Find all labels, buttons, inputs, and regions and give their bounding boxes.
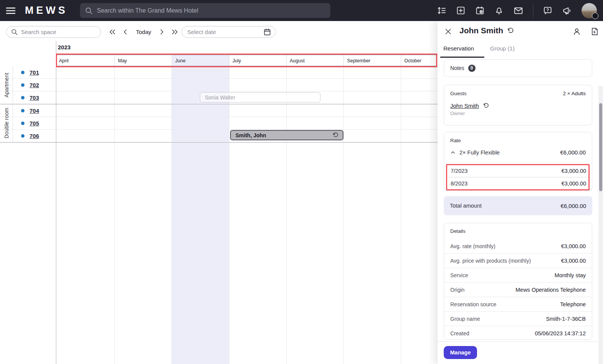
feedback-megaphone-icon[interactable] — [562, 6, 572, 16]
category-label-apartment: Apartment — [0, 66, 13, 104]
detail-key: Created — [450, 330, 469, 336]
room-number-link[interactable]: 703 — [29, 94, 39, 101]
notes-card[interactable]: Notes 0 — [444, 59, 592, 77]
global-search[interactable] — [80, 3, 330, 18]
panel-scrollbar[interactable] — [598, 86, 603, 364]
global-search-input[interactable] — [97, 7, 330, 14]
detail-value: 05/06/2023 14:37:12 — [535, 330, 586, 336]
avatar[interactable] — [582, 3, 597, 18]
svg-text:?: ? — [546, 8, 549, 12]
messages-envelope-icon[interactable] — [513, 6, 523, 16]
rate-name: 2× Fully Flexible — [459, 150, 500, 156]
chevron-right-icon[interactable] — [158, 28, 165, 36]
category-label-double-room: Double room — [0, 104, 13, 142]
guest-profile-icon[interactable] — [572, 27, 581, 36]
month-header-cell[interactable]: May — [114, 55, 172, 66]
tab-reservation[interactable]: Reservation — [443, 45, 474, 52]
detail-key: Group name — [450, 316, 480, 322]
rate-month-row: 8/2023 €3,000.00 — [448, 177, 589, 190]
total-amount-value: €6,000.00 — [561, 203, 586, 209]
reservation-panel: John Smith $ Reservation Group (1) Notes… — [438, 21, 603, 364]
detail-value: €3,000.00 — [561, 258, 586, 264]
avatar-status-badge — [592, 13, 598, 19]
month-header-cell[interactable]: October — [401, 55, 438, 66]
guest-title-text: John Smith — [459, 26, 503, 35]
search-space-input[interactable] — [21, 29, 101, 35]
chevron-up-icon[interactable] — [450, 150, 456, 155]
panel-scrollbar-thumb[interactable] — [599, 103, 602, 191]
rate-summary-row[interactable]: 2× Fully Flexible €6,000.00 — [444, 149, 592, 156]
room-number-link[interactable]: 705 — [29, 120, 39, 127]
reservation-guest-name: Smith, John — [235, 132, 266, 138]
close-icon[interactable] — [444, 28, 452, 36]
rate-month-breakdown: 7/2023 €3,000.00 8/2023 €3,000.00 — [448, 165, 589, 190]
chevron-double-right-icon[interactable] — [171, 28, 179, 36]
row-height-icon[interactable] — [437, 6, 446, 15]
total-amount-label: Total amount — [450, 203, 482, 209]
month-header-cell[interactable]: September — [343, 55, 401, 66]
details-label: Details — [444, 223, 592, 234]
room-row: 701 — [0, 66, 438, 79]
refresh-icon[interactable] — [507, 27, 514, 34]
today-button[interactable]: Today — [136, 29, 151, 35]
detail-row: Group name Smith-1-7-36CB — [444, 312, 592, 326]
tab-group[interactable]: Group (1) — [490, 45, 515, 52]
hamburger-menu-icon[interactable] — [6, 6, 16, 15]
notifications-bell-icon[interactable] — [494, 6, 504, 15]
panel-title: John Smith — [459, 26, 514, 35]
grid-line — [56, 39, 56, 364]
select-date-input[interactable] — [187, 29, 263, 35]
notes-count-badge: 0 — [468, 65, 476, 72]
calendar-icon — [263, 28, 271, 36]
room-number-link[interactable]: 702 — [29, 82, 39, 88]
add-reservation-icon[interactable] — [456, 6, 466, 15]
help-icon[interactable]: ? — [543, 6, 552, 15]
detail-row: Service Monthly stay — [444, 268, 592, 283]
rate-label: Rate — [444, 132, 592, 143]
chevron-left-icon[interactable] — [122, 28, 129, 36]
reservation-bar-ghost[interactable]: Sonia Walter — [200, 92, 320, 102]
detail-key: Avg. rate (monthly) — [450, 243, 495, 249]
refresh-icon — [483, 102, 489, 109]
availability-calendar-icon[interactable] — [475, 6, 485, 15]
rate-month-amount: €3,000.00 — [561, 180, 586, 187]
reservation-bar-selected[interactable]: Smith, John — [230, 130, 343, 140]
month-header-cell[interactable]: June — [172, 55, 229, 66]
month-header-row: April May June July August September Oct… — [56, 55, 438, 66]
details-card: Details Avg. rate (monthly) €3,000.00 Av… — [444, 223, 592, 340]
chevron-double-left-icon[interactable] — [108, 28, 116, 36]
detail-key: Avg. price with products (monthly) — [450, 258, 531, 264]
detail-row: Avg. price with products (monthly) €3,00… — [444, 253, 592, 268]
search-icon — [85, 6, 93, 15]
room-row: 702 — [0, 79, 438, 91]
room-number-link[interactable]: 704 — [29, 107, 39, 114]
detail-key: Origin — [450, 287, 464, 293]
detail-value: €3,000.00 — [561, 243, 586, 249]
room-status-dot — [21, 109, 25, 112]
room-number-link[interactable]: 701 — [29, 69, 39, 76]
timeline-grid: 2023 April May June July August Septembe… — [0, 41, 438, 364]
billing-icon[interactable]: $ — [590, 27, 599, 36]
detail-row: Origin Mews Operations Telephone — [444, 283, 592, 297]
room-number-link[interactable]: 706 — [29, 133, 39, 139]
select-date-field[interactable] — [181, 26, 276, 38]
month-header-cell[interactable]: August — [286, 55, 344, 66]
month-header-cell[interactable]: July — [229, 55, 286, 66]
month-header-cell[interactable]: April — [56, 55, 114, 66]
refresh-icon — [332, 132, 339, 138]
detail-key: Reservation source — [450, 301, 497, 307]
manage-button[interactable]: Manage — [444, 346, 477, 359]
search-icon — [11, 28, 18, 36]
guest-role: Owner — [450, 110, 586, 116]
timeline-toolbar: Today — [0, 21, 438, 41]
search-space-field[interactable] — [6, 26, 101, 38]
rate-card: Rate 2× Fully Flexible €6,000.00 7/2023 … — [444, 132, 592, 191]
rate-month-row: 7/2023 €3,000.00 — [448, 165, 589, 177]
mews-logo[interactable]: MEWS — [25, 5, 68, 16]
room-status-dot — [21, 71, 25, 74]
room-rows: 701 702 703 — [0, 66, 438, 143]
room-group-double-room: 704 705 706 — [0, 104, 438, 143]
total-amount-bar: Total amount €6,000.00 — [444, 196, 592, 215]
room-status-dot — [21, 122, 25, 125]
guest-name-link[interactable]: John Smith — [450, 102, 479, 109]
